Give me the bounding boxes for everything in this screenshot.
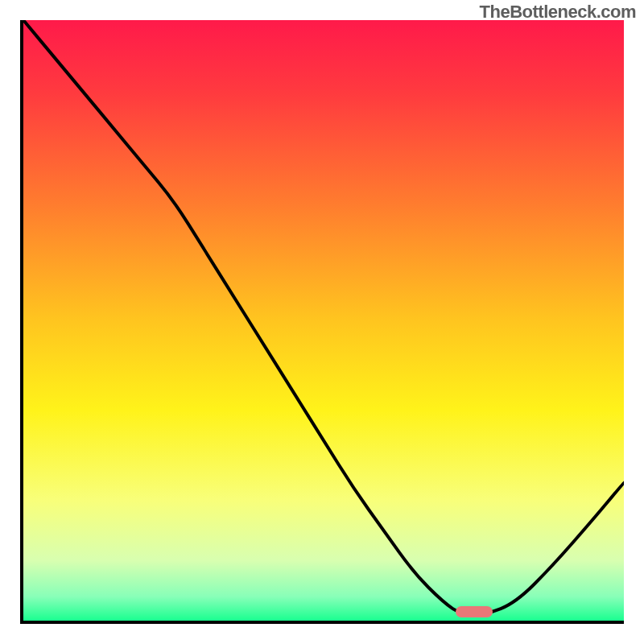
watermark-text: TheBottleneck.com bbox=[480, 2, 636, 23]
optimum-marker bbox=[456, 606, 493, 617]
plot-area bbox=[20, 20, 624, 624]
curve-line bbox=[23, 20, 624, 621]
chart-container: TheBottleneck.com bbox=[0, 0, 644, 644]
